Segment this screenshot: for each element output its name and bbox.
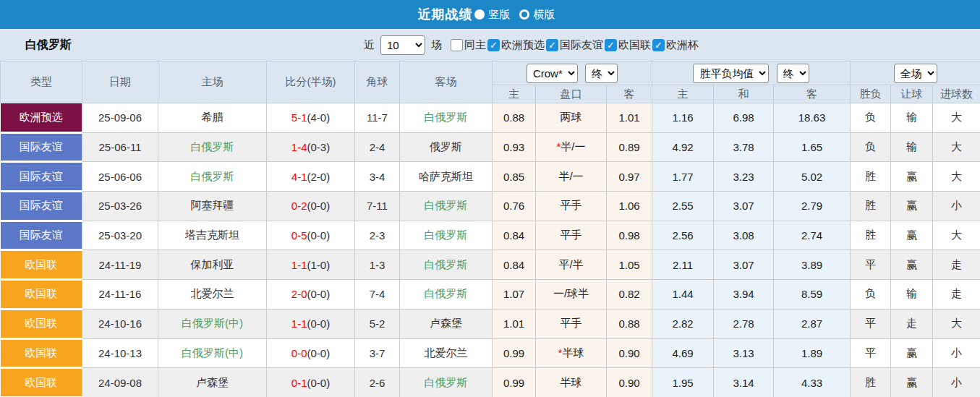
match-date: 24-10-16 xyxy=(82,309,158,338)
result-handicap: 赢 xyxy=(891,192,933,221)
odds-company-select[interactable]: Crow* xyxy=(527,64,578,83)
filter-checkbox-label[interactable]: 欧洲杯 xyxy=(666,38,699,52)
match-type-badge: 欧国联 xyxy=(1,338,82,368)
halftime-score: (0-0) xyxy=(307,317,331,330)
match-date: 25-03-20 xyxy=(82,221,158,250)
home-team: 白俄罗斯(中) xyxy=(158,338,267,368)
results-table-body: 欧洲预选25-09-06希腊5-1(4-0)11-7白俄罗斯0.88两球1.01… xyxy=(1,103,980,397)
match-date: 25-06-11 xyxy=(82,132,158,162)
sub-header-handicap-result: 让球 xyxy=(891,85,933,103)
checkbox-checked-icon[interactable]: ✓ xyxy=(546,39,558,51)
result-handicap: 赢 xyxy=(891,162,933,192)
fulltime-score: 1-1 xyxy=(291,259,307,271)
fulltime-score: 5-1 xyxy=(291,111,307,124)
fulltime-score: 0-2 xyxy=(291,200,307,212)
recent-label: 近 xyxy=(364,38,375,52)
away-team: 白俄罗斯 xyxy=(400,103,493,133)
odds-home: 0.93 xyxy=(493,132,536,162)
avg-draw: 3.94 xyxy=(714,280,774,310)
avg-header-group: 胜平负均值 终 xyxy=(652,61,851,85)
avg-home: 1.44 xyxy=(652,280,714,310)
result-goals: 大 xyxy=(933,221,980,250)
avg-draw: 3.08 xyxy=(714,221,774,250)
match-date: 24-11-19 xyxy=(82,250,158,280)
filter-item: ✓国际友谊 xyxy=(546,38,603,52)
radio-horizontal-label[interactable]: 横版 xyxy=(534,8,555,22)
fulltime-score: 1-4 xyxy=(291,141,307,153)
odds-home: 0.76 xyxy=(493,192,536,221)
recent-count-select[interactable]: 10 xyxy=(380,35,425,55)
avg-away: 3.89 xyxy=(774,250,851,280)
match-type-badge: 欧国联 xyxy=(1,250,82,280)
away-team: 北爱尔兰 xyxy=(400,338,493,368)
match-type-badge: 欧洲预选 xyxy=(1,103,82,133)
match-type-badge: 欧国联 xyxy=(1,368,82,397)
result-goals: 小 xyxy=(933,338,980,368)
avg-away: 2.79 xyxy=(774,192,851,221)
avg-draw: 3.13 xyxy=(714,338,774,368)
match-date: 24-10-13 xyxy=(82,338,158,368)
away-team: 白俄罗斯 xyxy=(400,280,493,310)
avg-away: 2.74 xyxy=(774,221,851,250)
avg-home: 2.11 xyxy=(652,250,714,280)
radio-horizontal-icon[interactable] xyxy=(519,9,529,20)
handicap-cell: 平手 xyxy=(536,192,607,221)
table-row: 欧国联24-11-16北爱尔兰2-0(0-0)7-4白俄罗斯1.07一/球半0.… xyxy=(1,280,980,310)
halftime-score: (4-0) xyxy=(307,111,331,124)
match-type-badge: 欧国联 xyxy=(1,280,82,310)
sub-header-avg-away: 客 xyxy=(774,85,851,103)
match-type-badge: 国际友谊 xyxy=(1,221,82,250)
handicap-cell: 两球 xyxy=(536,103,607,133)
odds-time-select[interactable]: 终 xyxy=(585,64,618,83)
checkbox-checked-icon[interactable]: ✓ xyxy=(652,39,665,51)
result-goals: 小 xyxy=(933,368,980,397)
odds-away: 0.97 xyxy=(607,162,652,192)
avg-draw: 3.23 xyxy=(714,162,774,192)
col-header-type: 类型 xyxy=(1,61,82,103)
fulltime-score: 0-1 xyxy=(291,377,307,389)
fulltime-select[interactable]: 全场 xyxy=(894,64,937,83)
home-team: 白俄罗斯(中) xyxy=(158,309,267,338)
halftime-score: (2-0) xyxy=(307,171,331,183)
home-team: 白俄罗斯 xyxy=(158,162,267,192)
avg-time-select[interactable]: 终 xyxy=(777,64,809,83)
handicap-cell: 平手 xyxy=(536,221,607,250)
handicap-cell: 半/一 xyxy=(536,162,607,192)
radio-vertical-label[interactable]: 竖版 xyxy=(489,8,511,22)
filter-checkbox-label[interactable]: 欧国联 xyxy=(618,38,651,52)
result-goals: 小 xyxy=(933,192,980,221)
halftime-score: (0-0) xyxy=(307,377,331,389)
result-handicap: 走 xyxy=(891,309,933,338)
star-marker: * xyxy=(556,140,561,153)
result-winloss: 负 xyxy=(851,103,891,133)
results-table: 类型 日期 主场 比分(半场) 角球 客场 Crow* 终 胜平负均值 终 全场… xyxy=(0,61,980,397)
radio-vertical-selected-icon[interactable] xyxy=(474,9,485,20)
away-team: 白俄罗斯 xyxy=(400,368,493,397)
checkbox-checked-icon[interactable]: ✓ xyxy=(605,39,617,51)
home-team: 卢森堡 xyxy=(158,368,267,397)
table-row: 国际友谊25-03-20塔吉克斯坦0-5(0-0)2-3白俄罗斯0.84平手0.… xyxy=(1,221,980,250)
match-date: 25-03-26 xyxy=(82,192,158,221)
filter-checkbox-label[interactable]: 国际友谊 xyxy=(560,38,603,52)
checkbox-unchecked-icon[interactable] xyxy=(451,39,463,51)
score-cell: 0-0(0-0) xyxy=(267,338,355,368)
avg-type-select[interactable]: 胜平负均值 xyxy=(693,64,769,83)
avg-home: 1.95 xyxy=(652,368,714,397)
filter-item: ✓欧国联 xyxy=(605,38,651,52)
filter-checkbox-label[interactable]: 同主 xyxy=(464,38,486,52)
odds-away: 0.90 xyxy=(607,338,652,368)
checkbox-checked-icon[interactable]: ✓ xyxy=(487,39,500,51)
result-winloss: 负 xyxy=(851,132,891,162)
table-row: 国际友谊25-03-26阿塞拜疆0-2(0-0)7-11白俄罗斯0.76平手1.… xyxy=(1,192,980,221)
table-row: 欧国联24-10-13白俄罗斯(中)0-0(0-0)3-7北爱尔兰0.99*半球… xyxy=(1,338,980,368)
away-team: 白俄罗斯 xyxy=(400,250,493,280)
away-team: 俄罗斯 xyxy=(400,132,493,162)
avg-away: 1.89 xyxy=(774,338,851,368)
result-handicap: 赢 xyxy=(891,338,933,368)
avg-away: 2.87 xyxy=(774,309,851,338)
filter-checkbox-label[interactable]: 欧洲预选 xyxy=(501,38,545,52)
result-goals: 大 xyxy=(933,132,980,162)
odds-home: 0.99 xyxy=(493,338,536,368)
score-cell: 0-1(0-0) xyxy=(267,368,355,397)
fulltime-score: 0-5 xyxy=(291,229,307,242)
